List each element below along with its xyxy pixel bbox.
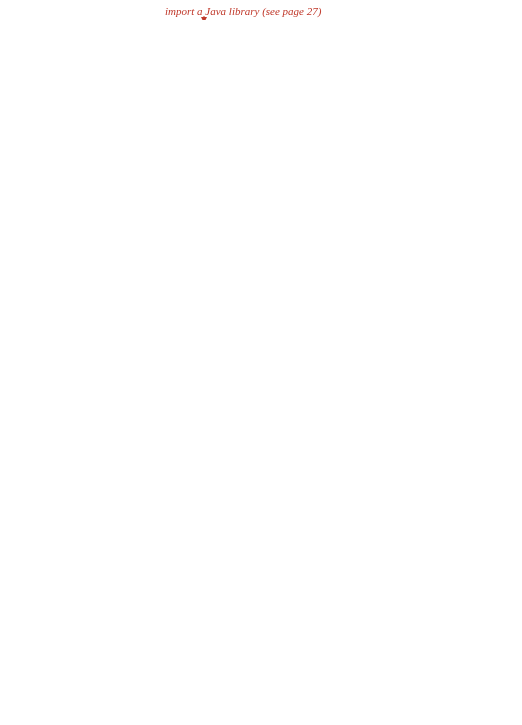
annot-import-lib: import a Java library (see page 27) xyxy=(165,5,321,17)
